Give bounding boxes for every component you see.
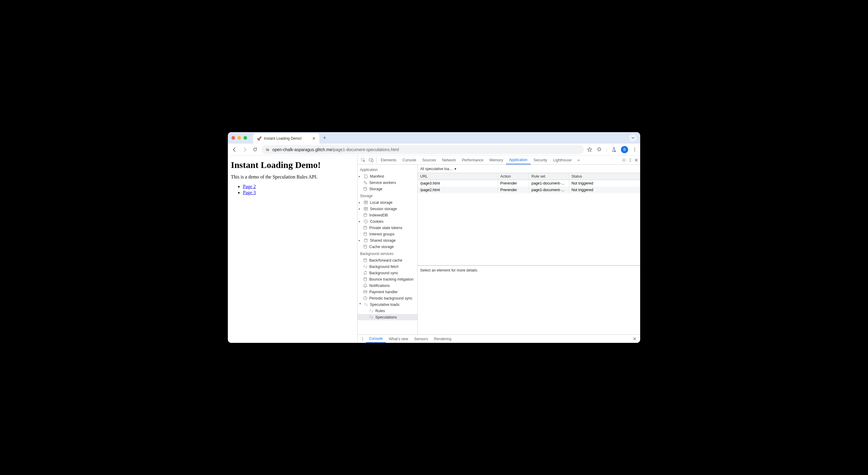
page-link[interactable]: Page 3: [243, 190, 256, 195]
tab-application[interactable]: Application: [506, 156, 530, 165]
sidebar-item-background-fetch[interactable]: Background fetch: [358, 263, 417, 270]
browser-tab[interactable]: 🚀 Instant Loading Demo! ✕: [253, 133, 319, 144]
filter-dropdown[interactable]: All speculative loa… ▾: [418, 165, 640, 173]
drawer-menu-button[interactable]: [359, 335, 366, 343]
drawer-tab-rendering[interactable]: Rendering: [431, 335, 455, 343]
drawer-tab-sensors[interactable]: Sensors: [411, 335, 431, 343]
reload-button[interactable]: [251, 146, 258, 153]
labs-button[interactable]: [611, 147, 617, 152]
speculations-panel: All speculative loa… ▾ URL Action Rule s…: [418, 165, 640, 334]
svg-point-22: [364, 226, 367, 227]
tab-security[interactable]: Security: [531, 156, 550, 165]
devtools-close-button[interactable]: [634, 158, 638, 162]
profile-button[interactable]: B: [621, 146, 628, 153]
drawer-tab-whatsnew[interactable]: What's new: [386, 335, 411, 343]
inspect-element-button[interactable]: [359, 156, 367, 165]
sidebar-item-indexeddb[interactable]: IndexedDB: [358, 212, 417, 218]
sidebar-group-application: Application: [358, 166, 417, 173]
col-action[interactable]: Action: [498, 173, 529, 180]
tab-more[interactable]: »: [575, 156, 583, 165]
svg-point-0: [267, 149, 268, 150]
sidebar-item-service-workers[interactable]: Service workers: [358, 179, 417, 186]
svg-point-13: [364, 181, 365, 183]
svg-point-23: [364, 232, 367, 234]
sidebar-item-private-state-tokens[interactable]: Private state tokens: [358, 225, 417, 231]
col-url[interactable]: URL: [418, 173, 498, 180]
table-row[interactable]: /page3.html Prerender page1-document-… N…: [418, 180, 640, 187]
svg-point-30: [362, 337, 363, 338]
svg-point-5: [634, 150, 636, 151]
col-status[interactable]: Status: [569, 173, 640, 180]
svg-point-2: [614, 150, 616, 152]
svg-rect-28: [364, 291, 367, 293]
sidebar-item-session-storage[interactable]: ▸Session storage: [358, 206, 417, 212]
content-area: Instant Loading Demo! This is a demo of …: [228, 156, 640, 343]
bookmark-button[interactable]: [587, 147, 592, 152]
col-ruleset[interactable]: Rule set: [529, 173, 569, 180]
table-empty-area: [418, 193, 640, 266]
extensions-button[interactable]: [596, 147, 602, 152]
tab-favicon: 🚀: [257, 136, 261, 141]
speculations-table: URL Action Rule set Status /page3.html P…: [418, 173, 640, 193]
tab-console[interactable]: Console: [399, 156, 419, 165]
svg-point-4: [634, 149, 636, 150]
tab-sources[interactable]: Sources: [419, 156, 439, 165]
sidebar-item-periodic-sync[interactable]: Periodic background sync: [358, 295, 417, 301]
close-window-button[interactable]: [231, 136, 235, 140]
sidebar-item-interest-groups[interactable]: Interest groups: [358, 231, 417, 237]
application-sidebar: Application ▸Manifest Service workers St…: [358, 165, 418, 334]
tab-elements[interactable]: Elements: [378, 156, 399, 165]
close-tab-button[interactable]: ✕: [312, 136, 316, 141]
detail-placeholder: Select an element for more details: [418, 266, 640, 334]
page-link[interactable]: Page 2: [243, 184, 256, 189]
svg-point-31: [362, 338, 363, 339]
maximize-window-button[interactable]: [244, 136, 247, 140]
devtools-menu-button[interactable]: [628, 158, 632, 162]
svg-point-18: [364, 213, 367, 215]
forward-button[interactable]: [241, 146, 248, 153]
sidebar-item-payment-handler[interactable]: Payment handler: [358, 289, 417, 295]
sidebar-item-background-sync[interactable]: Background sync: [358, 270, 417, 276]
svg-point-32: [362, 339, 363, 340]
menu-button[interactable]: [632, 147, 637, 152]
sidebar-item-local-storage[interactable]: ▸Local storage: [358, 199, 417, 206]
svg-point-1: [268, 150, 269, 151]
svg-point-21: [366, 221, 367, 222]
site-settings-icon[interactable]: [265, 147, 270, 152]
minimize-window-button[interactable]: [238, 136, 241, 140]
sidebar-item-cookies[interactable]: ▸Cookies: [358, 218, 417, 225]
toolbar: open-chalk-asparagus.glitch.me/page1-doc…: [228, 144, 640, 156]
page-paragraph: This is a demo of the Speculation Rules …: [231, 174, 354, 180]
sidebar-item-bfcache[interactable]: Back/forward cache: [358, 257, 417, 263]
new-tab-button[interactable]: +: [323, 135, 326, 141]
drawer-close-button[interactable]: [631, 337, 638, 341]
sidebar-item-speculative-loads[interactable]: ▸Speculative loads: [358, 301, 417, 308]
tab-network[interactable]: Network: [439, 156, 459, 165]
tab-performance[interactable]: Performance: [459, 156, 487, 165]
tab-memory[interactable]: Memory: [486, 156, 506, 165]
sidebar-item-notifications[interactable]: Notifications: [358, 283, 417, 289]
sidebar-item-bounce-tracking[interactable]: Bounce tracking mitigation: [358, 276, 417, 283]
svg-rect-8: [372, 159, 373, 162]
devtools-panel: Elements Console Sources Network Perform…: [357, 156, 640, 343]
device-toolbar-button[interactable]: [367, 156, 375, 165]
back-button[interactable]: [231, 146, 238, 153]
devtools-settings-button[interactable]: [621, 158, 626, 162]
sidebar-item-shared-storage[interactable]: ▸Shared storage: [358, 237, 417, 243]
sidebar-item-storage[interactable]: Storage: [358, 186, 417, 192]
svg-point-10: [630, 158, 630, 159]
drawer-tab-console[interactable]: Console: [366, 335, 386, 343]
table-row[interactable]: /page2.html Prerender page1-document-… N…: [418, 187, 640, 193]
sidebar-item-rules[interactable]: Rules: [358, 308, 417, 314]
svg-point-3: [634, 148, 636, 148]
svg-point-12: [630, 161, 630, 161]
page-heading: Instant Loading Demo!: [231, 160, 354, 170]
address-bar[interactable]: open-chalk-asparagus.glitch.me/page1-doc…: [261, 145, 584, 154]
tab-lighthouse[interactable]: Lighthouse: [550, 156, 575, 165]
svg-point-25: [364, 245, 367, 246]
sidebar-item-cache-storage[interactable]: Cache storage: [358, 243, 417, 250]
sidebar-item-manifest[interactable]: ▸Manifest: [358, 173, 417, 179]
sidebar-item-speculations[interactable]: Speculations: [358, 314, 417, 320]
page-content: Instant Loading Demo! This is a demo of …: [228, 156, 357, 343]
tabs-dropdown-button[interactable]: [629, 134, 637, 142]
